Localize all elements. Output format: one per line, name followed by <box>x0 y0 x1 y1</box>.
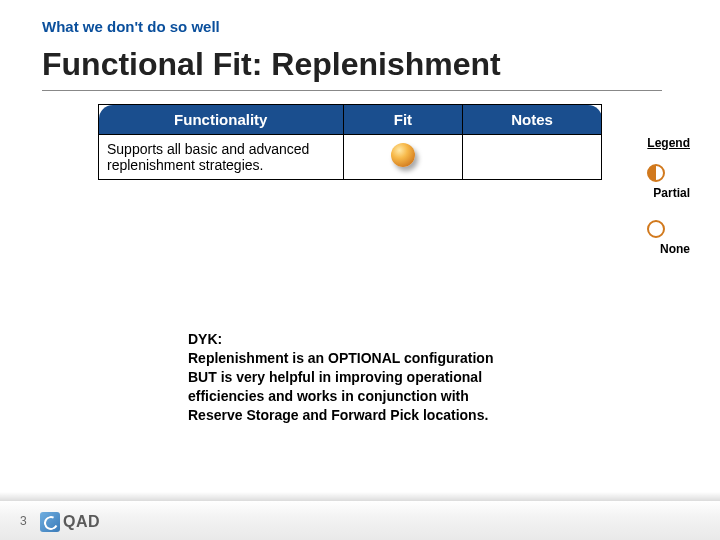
legend-title: Legend <box>647 136 690 150</box>
cell-notes <box>463 135 602 180</box>
footer-shadow <box>0 492 720 500</box>
legend: Legend Partial None <box>647 136 690 276</box>
dyk-prefix: DYK: <box>188 331 222 347</box>
col-header-fit: Fit <box>343 105 463 135</box>
cell-fit <box>343 135 463 180</box>
dyk-note: DYK: Replenishment is an OPTIONAL config… <box>188 330 508 424</box>
legend-item-none: None <box>647 220 690 256</box>
legend-item-partial: Partial <box>647 164 690 200</box>
brand-text: QAD <box>63 513 100 531</box>
footer-bar <box>0 500 720 540</box>
brand-logo: QAD <box>40 512 100 532</box>
table-header-row: Functionality Fit Notes <box>99 105 602 135</box>
dyk-body: Replenishment is an OPTIONAL configurati… <box>188 350 493 423</box>
slide-subtitle: What we don't do so well <box>42 18 220 35</box>
col-header-notes: Notes <box>463 105 602 135</box>
partial-icon <box>647 164 665 182</box>
title-divider <box>42 90 662 91</box>
partial-fit-icon <box>391 143 415 167</box>
legend-label: Partial <box>647 186 690 200</box>
cell-functionality: Supports all basic and advanced replenis… <box>99 135 344 180</box>
col-header-functionality: Functionality <box>99 105 344 135</box>
brand-mark-icon <box>40 512 60 532</box>
fit-table: Functionality Fit Notes Supports all bas… <box>98 104 602 180</box>
table-row: Supports all basic and advanced replenis… <box>99 135 602 180</box>
slide-title: Functional Fit: Replenishment <box>42 46 501 83</box>
legend-label: None <box>647 242 690 256</box>
none-icon <box>647 220 665 238</box>
page-number: 3 <box>20 514 27 528</box>
